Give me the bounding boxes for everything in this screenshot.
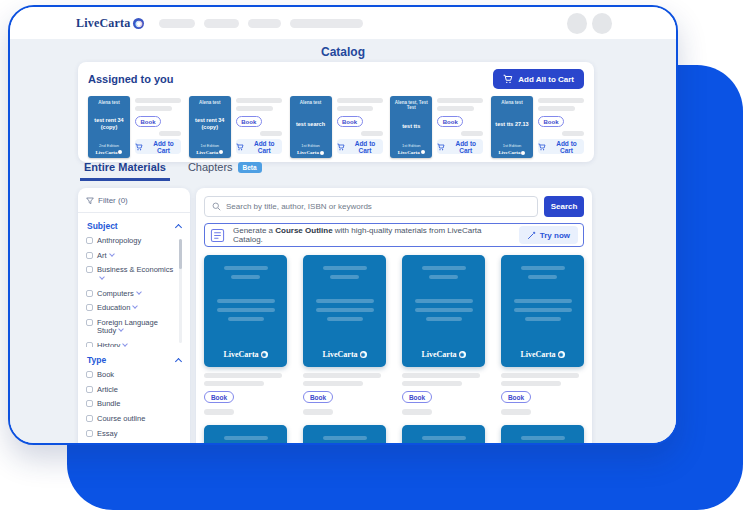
filter-header[interactable]: Filter (0) xyxy=(86,196,182,205)
text-placeholder xyxy=(361,131,383,136)
catalog-card xyxy=(303,425,386,443)
checkbox[interactable] xyxy=(86,430,93,437)
add-to-cart-button[interactable]: Add to Cart xyxy=(236,139,282,154)
subject-option[interactable]: Anthropology xyxy=(86,237,175,246)
chevron-up-icon xyxy=(175,358,182,365)
book-type-badge: Book xyxy=(135,116,161,127)
avatar[interactable] xyxy=(567,13,587,34)
type-option[interactable]: Bundle xyxy=(86,400,182,409)
scrollbar-thumb[interactable] xyxy=(179,239,182,269)
book-cover[interactable]: Alena test test search 1st Edition LiveC… xyxy=(290,96,332,158)
logo-circle-icon xyxy=(118,150,122,154)
add-to-cart-button[interactable]: Add to Cart xyxy=(135,139,181,154)
book-edition: 1st Edition xyxy=(200,143,219,148)
book-cover[interactable]: Alena test test rent 34 (copy) 1st Editi… xyxy=(189,96,231,158)
checkbox[interactable] xyxy=(86,415,93,422)
book-cover[interactable]: LiveCarta◉ xyxy=(402,255,485,367)
book-cover[interactable]: LiveCarta◉ xyxy=(501,255,584,367)
add-to-cart-label: Add to Cart xyxy=(247,140,282,154)
cover-placeholder xyxy=(323,436,367,440)
book-cover[interactable] xyxy=(204,425,287,443)
subject-option[interactable]: Business & Economics xyxy=(86,266,175,283)
filter-label: Filter (0) xyxy=(98,196,128,205)
text-placeholder xyxy=(303,409,333,415)
checkbox[interactable] xyxy=(86,266,93,273)
cover-placeholder xyxy=(224,436,268,440)
checkbox[interactable] xyxy=(86,319,93,326)
book-cover[interactable]: LiveCarta◉ xyxy=(303,255,386,367)
catalog-tabs: Entire Materials Chapters Beta xyxy=(80,161,262,181)
app-window: LiveCarta ◉ Catalog Assigned to you xyxy=(8,5,678,445)
nav-placeholder-pill xyxy=(204,19,239,28)
avatar[interactable] xyxy=(592,13,612,34)
add-all-to-cart-button[interactable]: Add All to Cart xyxy=(493,69,584,89)
type-option-label: Article xyxy=(97,386,118,395)
try-now-button[interactable]: Try now xyxy=(519,226,578,244)
book-author: Alena test xyxy=(199,100,221,105)
add-to-cart-button[interactable]: Add to Cart xyxy=(437,139,483,154)
search-button[interactable]: Search xyxy=(544,196,584,217)
checkbox[interactable] xyxy=(86,342,93,347)
catalog-panel: Search Generate a Course Outline with hi… xyxy=(196,188,592,443)
content-area: Catalog Assigned to you Add All to Cart … xyxy=(10,39,676,443)
book-cover[interactable] xyxy=(501,425,584,443)
cover-placeholder xyxy=(429,275,458,279)
cart-icon xyxy=(236,143,244,151)
checkbox[interactable] xyxy=(86,252,93,259)
book-cover[interactable]: LiveCarta◉ xyxy=(204,255,287,367)
book-cover[interactable]: Alena test, Test Test test tts 1st Editi… xyxy=(390,96,432,158)
subject-option-label: Business & Economics xyxy=(97,265,173,274)
book-type-badge: Book xyxy=(437,116,463,127)
checkbox[interactable] xyxy=(86,237,93,244)
chevron-down-icon xyxy=(136,289,142,295)
book-type-badge: Book xyxy=(337,116,363,127)
nav-placeholder-pill xyxy=(248,19,281,28)
add-to-cart-button[interactable]: Add to Cart xyxy=(538,139,584,154)
catalog-card xyxy=(501,425,584,443)
text-placeholder xyxy=(437,98,483,103)
checkbox[interactable] xyxy=(86,386,93,393)
book-author: Alena test xyxy=(300,100,322,105)
type-option[interactable]: Essay xyxy=(86,430,182,439)
subject-option-label: Anthropology xyxy=(97,237,141,246)
subject-option[interactable]: Education xyxy=(86,304,175,313)
book-type-badge: Book xyxy=(538,116,564,127)
cover-placeholder xyxy=(422,266,466,270)
checkbox[interactable] xyxy=(86,371,93,378)
text-placeholder xyxy=(501,381,561,386)
assigned-title: Assigned to you xyxy=(88,73,174,85)
search-input[interactable] xyxy=(226,202,530,211)
subject-option[interactable]: Art xyxy=(86,252,175,261)
type-option[interactable]: Article xyxy=(86,386,182,395)
catalog-grid: LiveCarta◉ Book xyxy=(204,255,584,443)
scrollbar[interactable] xyxy=(179,239,182,343)
catalog-card: LiveCarta◉ Book xyxy=(303,255,386,415)
subject-option[interactable]: Foreign Language Study xyxy=(86,319,175,336)
cover-placeholder xyxy=(528,275,557,279)
type-option[interactable]: Book xyxy=(86,371,182,380)
book-cover[interactable]: Alena test test tts 27.13 1st Edition Li… xyxy=(491,96,533,158)
tab-chapters[interactable]: Chapters Beta xyxy=(188,161,262,181)
book-cover[interactable] xyxy=(303,425,386,443)
tab-entire-materials[interactable]: Entire Materials xyxy=(80,161,170,181)
logo-text: LiveCarta xyxy=(76,16,130,31)
subject-section-header[interactable]: Subject xyxy=(87,221,181,231)
chevron-down-icon xyxy=(133,303,139,309)
checkbox[interactable] xyxy=(86,290,93,297)
type-section-header[interactable]: Type xyxy=(87,355,181,365)
logo-circle-icon: ◉ xyxy=(558,351,565,358)
book-cover[interactable] xyxy=(402,425,485,443)
checkbox[interactable] xyxy=(86,304,93,311)
type-option[interactable]: Course outline xyxy=(86,415,182,424)
add-to-cart-label: Add to Cart xyxy=(549,140,584,154)
logo-circle-icon: ◉ xyxy=(360,351,367,358)
page: LiveCarta ◉ Catalog Assigned to you xyxy=(0,0,747,514)
book-cover[interactable]: Alena test test rent 34 (copy) 2nd Editi… xyxy=(88,96,130,158)
subject-option[interactable]: Computers xyxy=(86,290,175,299)
text-placeholder xyxy=(204,373,282,378)
add-to-cart-button[interactable]: Add to Cart xyxy=(337,139,383,154)
text-placeholder xyxy=(303,373,381,378)
subject-option[interactable]: History xyxy=(86,342,175,347)
checkbox[interactable] xyxy=(86,400,93,407)
chevron-down-icon xyxy=(123,341,129,347)
